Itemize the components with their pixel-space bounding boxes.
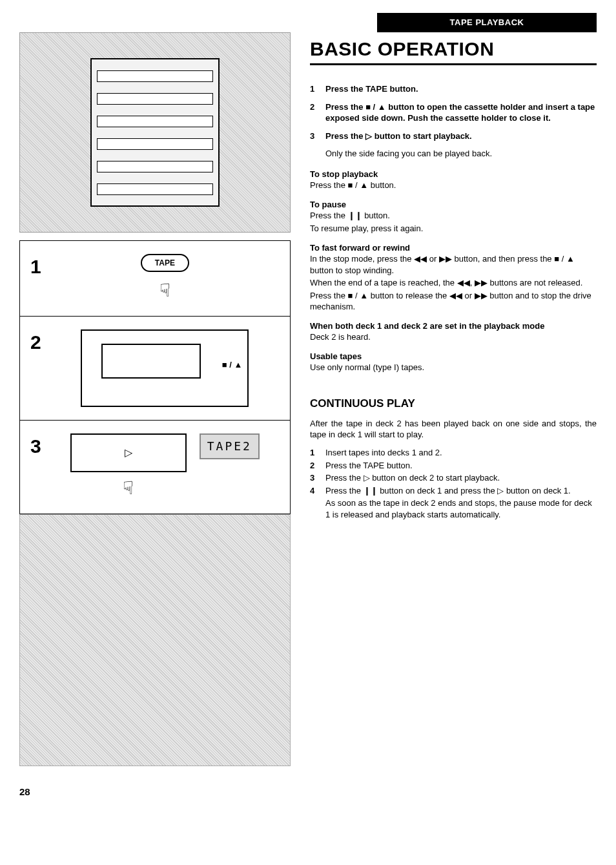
body-ff-1: In the stop mode, press the ◀◀ or ▶▶ but… (310, 253, 597, 276)
body-ff-2: When the end of a tape is reached, the ◀… (310, 277, 597, 289)
cassette-holder-drawing: ■ / ▲ (81, 329, 249, 407)
heading-both-decks: When both deck 1 and deck 2 are set in t… (310, 320, 597, 332)
heading-continuous-play: CONTINUOUS PLAY (310, 397, 597, 412)
list-item: 4 Press the ❙❙ button on deck 1 and pres… (310, 485, 597, 497)
panel1-number: 1 (30, 254, 41, 280)
hand-pointer-icon: ☟ (159, 278, 170, 303)
body-stop: Press the ■ / ▲ button. (310, 180, 597, 191)
section-header-bar: TAPE PLAYBACK (377, 13, 597, 32)
list-item: 3 Press the ▷ button on deck 2 to start … (310, 472, 597, 484)
step-3: 3 Press the ▷ button to start playback. (310, 130, 597, 142)
list-number: 2 (310, 460, 319, 472)
list-number: 4 (310, 485, 319, 497)
body-ff-3: Press the ■ / ▲ button to release the ◀◀… (310, 290, 597, 313)
list-text: Insert tapes into decks 1 and 2. (325, 447, 597, 459)
deck-play-drawing: ▷ (70, 433, 187, 472)
step-text: Press the ■ / ▲ button to open the casse… (325, 101, 597, 124)
step-number: 1 (310, 83, 319, 95)
heading-ff: To fast forward or rewind (310, 242, 597, 254)
list-number: 3 (310, 472, 319, 484)
tape-button-label: TAPE (141, 254, 189, 272)
step-text: Press the TAPE button. (325, 83, 597, 95)
step-number: 3 (310, 130, 319, 142)
play-symbol: ▷ (125, 446, 132, 460)
continuous-intro: After the tape in deck 2 has been played… (310, 418, 597, 441)
left-column: 1 TAPE ☟ 2 ■ / ▲ 3 (19, 13, 291, 798)
body-usable: Use only normal (type I) tapes. (310, 362, 597, 373)
panel-step-2: 2 ■ / ▲ (20, 317, 290, 421)
list-text: Press the ❙❙ button on deck 1 and press … (325, 485, 597, 497)
step-number: 2 (310, 101, 319, 124)
illustration-stereo-overview (19, 32, 291, 233)
continuous-steps: 1 Insert tapes into decks 1 and 2. 2 Pre… (310, 447, 597, 520)
panel-step-3: 3 ▷ ☟ TAPE2 (20, 421, 290, 514)
hand-pointer-icon: ☟ (123, 476, 134, 501)
list-text: Press the ▷ button on deck 2 to start pl… (325, 472, 597, 484)
body-both-decks: Deck 2 is heard. (310, 331, 597, 343)
list-item: 2 Press the TAPE button. (310, 460, 597, 472)
heading-pause: To pause (310, 199, 597, 211)
list-number: 1 (310, 447, 319, 459)
list-continuation: As soon as the tape in deck 2 ends and s… (325, 497, 597, 520)
panel2-number: 2 (30, 329, 41, 356)
page-title: BASIC OPERATION (310, 36, 597, 66)
lcd-display: TAPE2 (200, 433, 260, 459)
page-number: 28 (19, 786, 291, 798)
stop-eject-symbol: ■ / ▲ (222, 359, 243, 371)
heading-usable: Usable tapes (310, 351, 597, 362)
body-pause-2: To resume play, press it again. (310, 223, 597, 234)
heading-stop: To stop playback (310, 169, 597, 180)
main-steps: 1 Press the TAPE button. 2 Press the ■ /… (310, 83, 597, 160)
step-3-note: Only the side facing you can be played b… (325, 148, 597, 160)
panel3-number: 3 (30, 433, 41, 460)
stereo-unit-drawing (90, 58, 220, 207)
step-text: Press the ▷ button to start playback. (325, 130, 597, 142)
panel-step-1: 1 TAPE ☟ (20, 241, 290, 317)
body-pause-1: Press the ❙❙ button. (310, 210, 597, 222)
step-panels: 1 TAPE ☟ 2 ■ / ▲ 3 (19, 240, 291, 514)
list-item: 1 Insert tapes into decks 1 and 2. (310, 447, 597, 459)
decorative-texture-block (19, 514, 291, 766)
step-2: 2 Press the ■ / ▲ button to open the cas… (310, 101, 597, 124)
list-text: Press the TAPE button. (325, 460, 597, 472)
right-column: TAPE PLAYBACK BASIC OPERATION 1 Press th… (310, 13, 597, 798)
step-1: 1 Press the TAPE button. (310, 83, 597, 95)
